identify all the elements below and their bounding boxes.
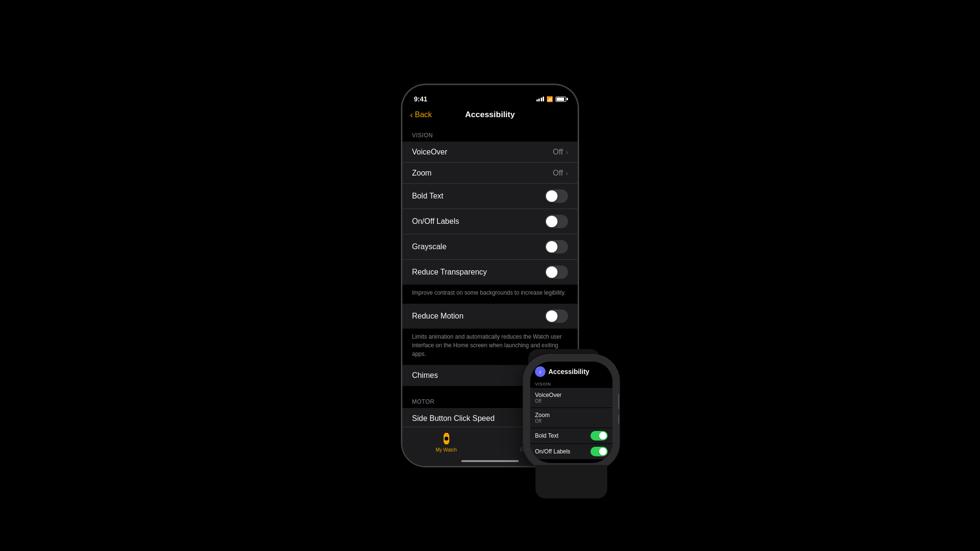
watch-on-off-labels-toggle[interactable] bbox=[590, 447, 608, 456]
watch-voiceover-status: Off bbox=[535, 398, 608, 404]
zoom-status: Off bbox=[553, 169, 563, 177]
watch-zoom-row[interactable]: Zoom Off bbox=[530, 408, 612, 428]
watch-voiceover-row[interactable]: VoiceOver Off bbox=[530, 388, 612, 408]
svg-rect-2 bbox=[445, 443, 448, 444]
transparency-description: Improve contrast on some backgrounds to … bbox=[402, 285, 578, 304]
watch-toggle-knob bbox=[599, 448, 607, 455]
toggle-knob bbox=[546, 266, 557, 278]
toggle-knob bbox=[546, 241, 557, 253]
bold-text-row[interactable]: Bold Text bbox=[402, 184, 578, 209]
watch-zoom-status: Off bbox=[535, 419, 608, 424]
iphone-notch bbox=[459, 85, 521, 99]
svg-point-3 bbox=[445, 437, 448, 441]
watch-zoom-label: Zoom bbox=[535, 412, 608, 419]
reduce-transparency-toggle[interactable] bbox=[545, 265, 568, 279]
toggle-knob bbox=[546, 190, 557, 202]
status-time: 9:41 bbox=[414, 95, 427, 103]
vision-section-header: VISION bbox=[402, 123, 578, 142]
watch-bold-text-toggle[interactable] bbox=[590, 431, 608, 441]
tab-my-watch[interactable]: My Watch bbox=[402, 432, 490, 452]
reduce-motion-row[interactable]: Reduce Motion bbox=[402, 304, 578, 329]
watch-digital-crown[interactable] bbox=[618, 393, 619, 410]
svg-rect-1 bbox=[445, 433, 448, 434]
zoom-value: Off › bbox=[553, 169, 568, 177]
watch-bold-text-row[interactable]: Bold Text bbox=[530, 428, 612, 443]
reduce-transparency-row[interactable]: Reduce Transparency bbox=[402, 260, 578, 285]
my-watch-tab-label: My Watch bbox=[435, 447, 457, 452]
watch-toggle-knob bbox=[599, 432, 607, 440]
chevron-right-icon: › bbox=[566, 169, 568, 177]
grayscale-label: Grayscale bbox=[412, 242, 446, 251]
bold-text-toggle[interactable] bbox=[545, 189, 568, 203]
battery-icon bbox=[556, 97, 566, 102]
grayscale-toggle[interactable] bbox=[545, 240, 568, 253]
watch-on-off-labels-label: On/Off Labels bbox=[535, 448, 570, 455]
page-title: Accessibility bbox=[465, 110, 515, 120]
voiceover-label: VoiceOver bbox=[412, 148, 447, 156]
on-off-labels-toggle[interactable] bbox=[545, 215, 568, 228]
chevron-left-icon: ‹ bbox=[410, 110, 413, 120]
reduce-motion-label: Reduce Motion bbox=[412, 312, 464, 320]
reduce-motion-group: Reduce Motion bbox=[402, 304, 578, 329]
vision-settings-group: VoiceOver Off › Zoom Off › Bold Text bbox=[402, 142, 578, 285]
grayscale-row[interactable]: Grayscale bbox=[402, 234, 578, 260]
watch-page-title: Accessibility bbox=[548, 368, 590, 375]
my-watch-icon bbox=[440, 432, 453, 445]
chimes-label: Chimes bbox=[412, 371, 438, 380]
zoom-row[interactable]: Zoom Off › bbox=[402, 163, 578, 184]
toggle-knob bbox=[546, 216, 557, 227]
status-icons: 📶 bbox=[536, 96, 567, 102]
chevron-right-icon: › bbox=[566, 148, 568, 156]
watch-voiceover-label: VoiceOver bbox=[535, 392, 608, 398]
toggle-knob bbox=[546, 310, 557, 322]
voiceover-row[interactable]: VoiceOver Off › bbox=[402, 142, 578, 163]
watch-side-button[interactable] bbox=[618, 415, 619, 424]
side-button-label: Side Button Click Speed bbox=[412, 414, 495, 423]
reduce-transparency-label: Reduce Transparency bbox=[412, 268, 487, 276]
voiceover-status: Off bbox=[553, 148, 563, 156]
reduce-motion-toggle[interactable] bbox=[545, 309, 568, 323]
watch-bold-text-label: Bold Text bbox=[535, 432, 558, 439]
back-button[interactable]: ‹ Back bbox=[410, 110, 432, 120]
on-off-labels-row[interactable]: On/Off Labels bbox=[402, 209, 578, 234]
watch-on-off-labels-row[interactable]: On/Off Labels bbox=[530, 444, 612, 459]
voiceover-value: Off › bbox=[553, 148, 568, 156]
watch-nav-bar: ‹ Accessibility bbox=[530, 362, 612, 380]
watch-chevron-icon: ‹ bbox=[539, 368, 542, 375]
zoom-label: Zoom bbox=[412, 169, 432, 177]
nav-bar: ‹ Back Accessibility bbox=[402, 106, 578, 123]
home-indicator bbox=[461, 460, 519, 462]
apple-watch-device: ‹ Accessibility VISION VoiceOver Off Zoo… bbox=[516, 355, 626, 489]
watch-back-button[interactable]: ‹ bbox=[535, 366, 546, 377]
back-label: Back bbox=[415, 110, 432, 119]
signal-bars-icon bbox=[536, 97, 545, 101]
watch-vision-header: VISION bbox=[530, 380, 612, 387]
on-off-labels-label: On/Off Labels bbox=[412, 217, 459, 226]
bold-text-label: Bold Text bbox=[412, 192, 444, 200]
watch-screen: ‹ Accessibility VISION VoiceOver Off Zoo… bbox=[530, 362, 612, 463]
watch-body: ‹ Accessibility VISION VoiceOver Off Zoo… bbox=[523, 355, 619, 470]
wifi-icon: 📶 bbox=[546, 96, 553, 102]
